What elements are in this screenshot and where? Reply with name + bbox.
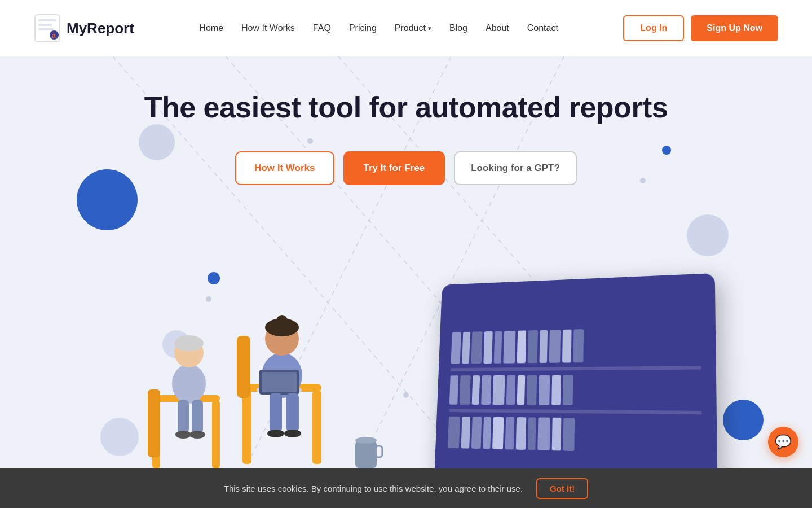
svg-point-26 [189, 431, 205, 439]
svg-rect-23 [178, 400, 189, 433]
nav-pricing[interactable]: Pricing [349, 23, 377, 33]
nav-blog[interactable]: Blog [449, 23, 467, 33]
hero-section: The easiest tool for automated reports H… [0, 56, 812, 508]
svg-rect-30 [237, 336, 250, 398]
looking-for-gpt-button[interactable]: Looking for a GPT? [454, 151, 577, 185]
svg-point-22 [174, 335, 204, 351]
logo-link[interactable]: a MyReport [34, 14, 134, 43]
cookie-banner: This site uses cookies. By continuing to… [0, 468, 812, 508]
nav-about[interactable]: About [486, 23, 509, 33]
svg-rect-24 [192, 400, 203, 433]
login-button[interactable]: Log In [623, 15, 684, 41]
svg-rect-35 [262, 372, 297, 392]
svg-rect-43 [355, 440, 377, 468]
nav-buttons: Log In Sign Up Now [623, 15, 778, 41]
hero-illustration [0, 214, 812, 508]
deco-circle-dot-right-top [662, 146, 671, 155]
nav-how-it-works[interactable]: How It Works [241, 23, 295, 33]
svg-rect-3 [38, 28, 54, 30]
svg-point-13 [640, 178, 646, 183]
nav-product[interactable]: Product ▾ [395, 23, 431, 33]
chat-icon: 💬 [775, 434, 792, 450]
svg-point-44 [355, 437, 377, 444]
svg-rect-39 [270, 393, 282, 432]
svg-rect-18 [212, 401, 220, 468]
chat-bubble-button[interactable]: 💬 [768, 427, 798, 457]
cookie-message: This site uses cookies. By continuing to… [224, 484, 523, 493]
svg-rect-19 [148, 389, 160, 457]
nav-faq[interactable]: FAQ [313, 23, 331, 33]
svg-rect-1 [38, 19, 56, 21]
how-it-works-button[interactable]: How It Works [235, 151, 334, 185]
svg-rect-2 [38, 24, 52, 26]
deco-circle-medium-left [139, 124, 175, 160]
logo-icon: a [34, 14, 61, 43]
svg-point-20 [172, 364, 206, 404]
nav-home[interactable]: Home [199, 23, 223, 33]
brand-name: MyReport [67, 20, 134, 37]
nav-links: Home How It Works FAQ Pricing Product ▾ … [199, 23, 558, 33]
navbar: a MyReport Home How It Works FAQ Pricing… [0, 0, 812, 56]
svg-rect-29 [312, 391, 321, 464]
svg-point-41 [267, 430, 284, 437]
svg-text:a: a [52, 32, 56, 40]
signup-button[interactable]: Sign Up Now [691, 15, 778, 41]
got-it-button[interactable]: Got It! [536, 478, 588, 499]
svg-point-38 [276, 315, 288, 326]
svg-point-25 [175, 431, 191, 439]
try-free-button[interactable]: Try It for Free [343, 151, 445, 185]
svg-rect-28 [242, 391, 251, 464]
svg-point-11 [307, 138, 313, 144]
svg-rect-40 [286, 393, 299, 432]
hero-buttons: How It Works Try It for Free Looking for… [235, 151, 577, 185]
hero-title: The easiest tool for automated reports [144, 90, 668, 124]
chevron-down-icon: ▾ [428, 25, 431, 32]
svg-point-42 [284, 430, 301, 437]
nav-contact[interactable]: Contact [527, 23, 558, 33]
